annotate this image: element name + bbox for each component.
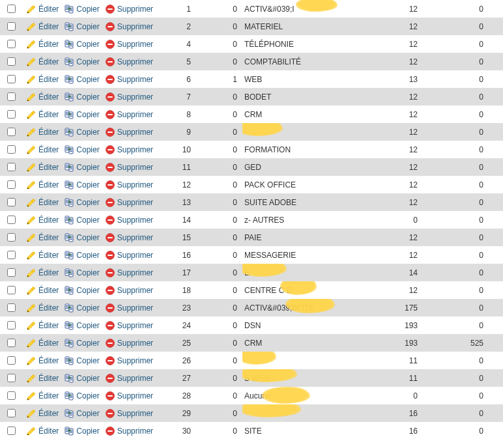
delete-button[interactable]: Supprimer xyxy=(103,232,155,243)
edit-button[interactable]: Éditer xyxy=(24,391,61,401)
edit-button[interactable]: Éditer xyxy=(24,373,61,384)
row-checkbox[interactable] xyxy=(7,286,16,294)
delete-button[interactable]: Supprimer xyxy=(103,373,155,384)
copy-button[interactable]: Copier xyxy=(62,215,101,225)
edit-button[interactable]: Éditer xyxy=(24,285,61,296)
delete-button[interactable]: Supprimer xyxy=(103,180,155,190)
row-checkbox[interactable] xyxy=(7,427,16,435)
copy-button[interactable]: Copier xyxy=(62,391,101,401)
delete-button[interactable]: Supprimer xyxy=(103,4,155,14)
row-checkbox[interactable] xyxy=(7,92,16,101)
row-checkbox[interactable] xyxy=(7,409,16,417)
delete-button[interactable]: Supprimer xyxy=(103,268,155,278)
copy-button[interactable]: Copier xyxy=(62,21,101,32)
copy-button[interactable]: Copier xyxy=(62,57,101,67)
row-checkbox[interactable] xyxy=(7,268,16,277)
copy-button[interactable]: Copier xyxy=(62,4,101,14)
delete-button[interactable]: Supprimer xyxy=(103,320,155,331)
row-checkbox[interactable] xyxy=(7,22,16,31)
edit-button[interactable]: Éditer xyxy=(24,92,61,102)
row-checkbox[interactable] xyxy=(7,145,16,154)
delete-button[interactable]: Supprimer xyxy=(103,74,155,85)
delete-button[interactable]: Supprimer xyxy=(103,21,155,32)
row-checkbox[interactable] xyxy=(7,216,16,224)
delete-button[interactable]: Supprimer xyxy=(103,408,155,419)
row-checkbox[interactable] xyxy=(7,163,16,171)
copy-button[interactable]: Copier xyxy=(62,109,101,120)
copy-button[interactable]: Copier xyxy=(62,180,101,190)
copy-button[interactable]: Copier xyxy=(62,145,101,155)
edit-button[interactable]: Éditer xyxy=(24,215,61,225)
delete-button[interactable]: Supprimer xyxy=(103,250,155,260)
row-checkbox[interactable] xyxy=(7,356,16,365)
edit-button[interactable]: Éditer xyxy=(24,338,61,348)
row-checkbox[interactable] xyxy=(7,391,16,400)
row-checkbox[interactable] xyxy=(7,303,16,312)
delete-button[interactable]: Supprimer xyxy=(103,57,155,67)
row-checkbox[interactable] xyxy=(7,75,16,83)
edit-button[interactable]: Éditer xyxy=(24,356,61,366)
copy-button[interactable]: Copier xyxy=(62,197,101,208)
delete-button[interactable]: Supprimer xyxy=(103,39,155,49)
row-checkbox[interactable] xyxy=(7,128,16,136)
copy-button[interactable]: Copier xyxy=(62,162,101,173)
copy-button[interactable]: Copier xyxy=(62,303,101,313)
edit-button[interactable]: Éditer xyxy=(24,197,61,208)
edit-button[interactable]: Éditer xyxy=(24,4,61,14)
row-checkbox[interactable] xyxy=(7,57,16,66)
copy-button[interactable]: Copier xyxy=(62,92,101,102)
row-checkbox[interactable] xyxy=(7,339,16,347)
copy-button[interactable]: Copier xyxy=(62,232,101,243)
edit-button[interactable]: Éditer xyxy=(24,145,61,155)
copy-button[interactable]: Copier xyxy=(62,250,101,260)
delete-button[interactable]: Supprimer xyxy=(103,162,155,173)
edit-button[interactable]: Éditer xyxy=(24,57,61,67)
copy-button[interactable]: Copier xyxy=(62,268,101,278)
edit-button[interactable]: Éditer xyxy=(24,74,61,85)
edit-button[interactable]: Éditer xyxy=(24,39,61,49)
edit-button[interactable]: Éditer xyxy=(24,232,61,243)
edit-button[interactable]: Éditer xyxy=(24,21,61,32)
edit-button[interactable]: Éditer xyxy=(24,320,61,331)
row-checkbox[interactable] xyxy=(7,180,16,189)
row-checkbox[interactable] xyxy=(7,5,16,13)
edit-button[interactable]: Éditer xyxy=(24,303,61,313)
edit-button[interactable]: Éditer xyxy=(24,162,61,173)
edit-button[interactable]: Éditer xyxy=(24,426,61,436)
edit-button[interactable]: Éditer xyxy=(24,268,61,278)
row-checkbox[interactable] xyxy=(7,110,16,119)
delete-button[interactable]: Supprimer xyxy=(103,356,155,366)
edit-button[interactable]: Éditer xyxy=(24,109,61,120)
row-checkbox[interactable] xyxy=(7,198,16,206)
edit-button[interactable]: Éditer xyxy=(24,408,61,419)
row-checkbox[interactable] xyxy=(7,251,16,259)
copy-button[interactable]: Copier xyxy=(62,373,101,384)
delete-button[interactable]: Supprimer xyxy=(103,92,155,102)
copy-button[interactable]: Copier xyxy=(62,408,101,419)
row-checkbox[interactable] xyxy=(7,374,16,382)
edit-button[interactable]: Éditer xyxy=(24,250,61,260)
row-checkbox[interactable] xyxy=(7,233,16,242)
delete-button[interactable]: Supprimer xyxy=(103,145,155,155)
copy-button[interactable]: Copier xyxy=(62,285,101,296)
copy-button[interactable]: Copier xyxy=(62,426,101,436)
edit-button[interactable]: Éditer xyxy=(24,127,61,137)
delete-button[interactable]: Supprimer xyxy=(103,391,155,401)
delete-button[interactable]: Supprimer xyxy=(103,109,155,120)
row-checkbox[interactable] xyxy=(7,40,16,48)
delete-button[interactable]: Supprimer xyxy=(103,285,155,296)
delete-button[interactable]: Supprimer xyxy=(103,426,155,436)
copy-button[interactable]: Copier xyxy=(62,356,101,366)
copy-button[interactable]: Copier xyxy=(62,127,101,137)
row-checkbox[interactable] xyxy=(7,321,16,329)
delete-button[interactable]: Supprimer xyxy=(103,215,155,225)
delete-button[interactable]: Supprimer xyxy=(103,127,155,137)
copy-button[interactable]: Copier xyxy=(62,74,101,85)
edit-button[interactable]: Éditer xyxy=(24,180,61,190)
copy-button[interactable]: Copier xyxy=(62,39,101,49)
copy-button[interactable]: Copier xyxy=(62,320,101,331)
delete-button[interactable]: Supprimer xyxy=(103,303,155,313)
copy-button[interactable]: Copier xyxy=(62,338,101,348)
delete-button[interactable]: Supprimer xyxy=(103,338,155,348)
delete-button[interactable]: Supprimer xyxy=(103,197,155,208)
